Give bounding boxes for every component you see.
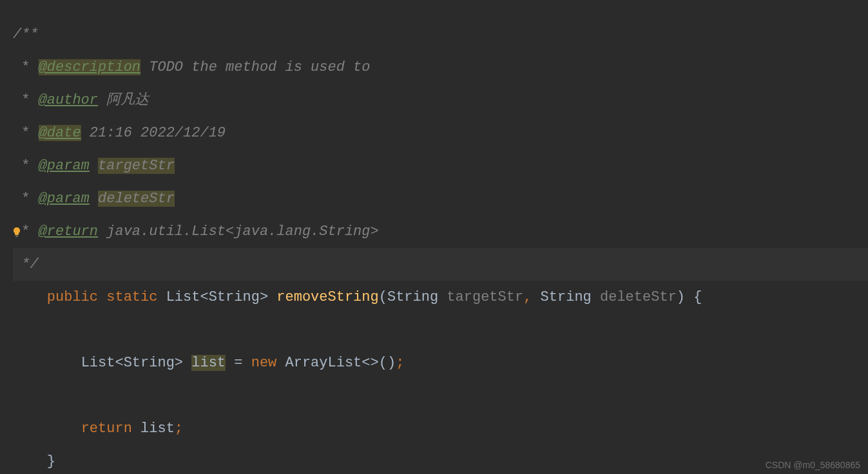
doc-return-lt: < [226, 223, 234, 240]
doc-text-space [140, 59, 149, 75]
doc-param1-line: * @param targetStr [13, 149, 868, 182]
gen-open: < [200, 289, 208, 305]
param1-type: String [387, 289, 438, 305]
doc-param2-line: * @param deleteStr [13, 182, 868, 215]
paren-open: ( [379, 289, 387, 305]
gutter [0, 0, 13, 474]
brace-open: { [693, 289, 702, 305]
lightbulb-icon[interactable] [12, 225, 23, 237]
type-list: List [166, 289, 200, 305]
doc-tag-param: @param [39, 191, 90, 207]
var-name-list: list [191, 355, 226, 371]
param2-name: deleteStr [600, 289, 677, 305]
doc-description-text: TODO the method is used to [149, 59, 370, 75]
doc-return-text-1: java.util.List [106, 223, 226, 240]
doc-star: * [13, 92, 39, 108]
doc-param1-text: targetStr [98, 158, 175, 174]
return-var: list [140, 421, 175, 437]
param2-type: String [541, 289, 592, 305]
doc-tag-param: @param [39, 158, 90, 174]
param1-name: targetStr [447, 289, 523, 305]
doc-close: */ [13, 256, 39, 272]
doc-open-line: /** [13, 18, 868, 51]
doc-close-line: */ [13, 248, 868, 281]
op-eq: = [226, 355, 251, 371]
gen-open-2: < [115, 355, 123, 371]
doc-star: * [13, 158, 39, 174]
semi-1: ; [396, 355, 404, 371]
doc-open: /** [13, 26, 39, 43]
call-parens: () [379, 355, 396, 371]
gen-close: > [260, 289, 268, 305]
paren-close: ) [677, 289, 685, 305]
doc-author-line: * @author 阿凡达 [13, 84, 868, 117]
var-type-string: String [124, 355, 175, 371]
kw-static: static [106, 289, 157, 305]
gen-close-2: > [175, 355, 183, 371]
svg-rect-0 [15, 236, 18, 237]
var-decl-line: List<String> list = new ArrayList<>(); [13, 346, 868, 379]
doc-date-line: * @date 21:16 2022/12/19 [13, 117, 868, 149]
type-arraylist: ArrayList [285, 355, 362, 371]
kw-return: return [81, 421, 132, 437]
doc-tag-date: @date [39, 125, 81, 141]
kw-public: public [47, 289, 98, 305]
doc-return-text-2: java.lang.String [234, 223, 370, 240]
method-signature-line: public static List<String> removeString(… [13, 281, 868, 314]
doc-star: * [13, 59, 39, 75]
kw-new: new [251, 355, 277, 371]
diamond: <> [362, 355, 378, 371]
doc-tag-description: @description [39, 59, 140, 75]
blank-line-2 [13, 379, 868, 412]
watermark: CSDN @m0_58680865 [766, 460, 860, 470]
doc-return-line: * @return java.util.List<java.lang.Strin… [13, 215, 868, 248]
brace-close: } [47, 453, 55, 469]
doc-param2-text: deleteStr [98, 191, 175, 207]
doc-tag-author: @author [39, 92, 98, 108]
doc-date-text: 21:16 2022/12/19 [90, 125, 226, 141]
doc-description-line: * @description TODO the method is used t… [13, 51, 868, 84]
doc-star: * [13, 191, 39, 207]
brace-close-line: } [13, 445, 868, 474]
doc-return-gt: > [371, 223, 379, 240]
type-string: String [209, 289, 260, 305]
comma: , [523, 289, 532, 305]
doc-tag-return: @return [39, 223, 98, 240]
semi-2: ; [175, 421, 183, 437]
var-type-list: List [81, 355, 115, 371]
method-name: removeString [276, 289, 378, 305]
blank-line-1 [13, 314, 868, 346]
code-editor[interactable]: /** * @description TODO the method is us… [0, 0, 868, 474]
doc-author-text: 阿凡达 [106, 92, 149, 108]
code-area[interactable]: /** * @description TODO the method is us… [13, 0, 868, 474]
doc-star: * [13, 125, 39, 141]
return-line: return list; [13, 412, 868, 445]
